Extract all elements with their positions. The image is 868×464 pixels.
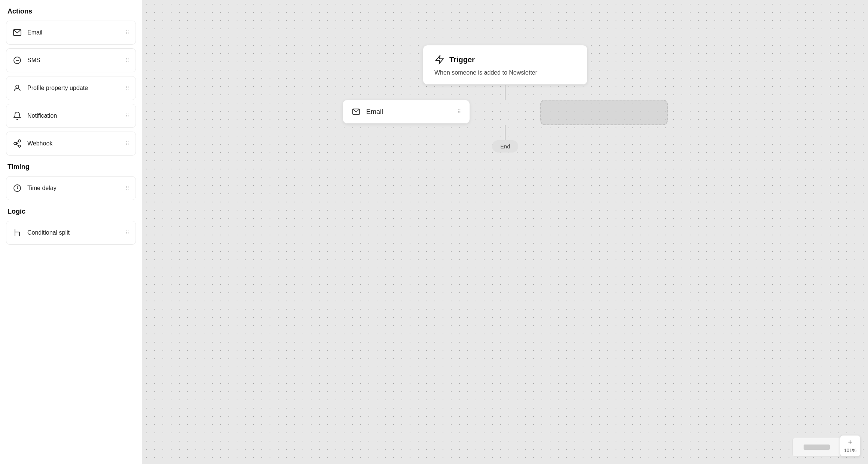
notification-label: Notification [27,112,57,119]
email-action-node[interactable]: Email ⠿ [343,100,470,124]
sms-drag-handle[interactable]: ⠿ [125,57,130,63]
profile-icon [12,83,22,93]
zoom-controls: + 101% [840,435,861,457]
trigger-icon [434,54,446,66]
conditional-split-label: Conditional split [27,229,70,236]
profile-property-update-label: Profile property update [27,85,88,91]
webhook-icon [12,139,22,148]
connector-1 [505,85,506,100]
time-delay-label: Time delay [27,185,57,192]
trigger-description: When someone is added to Newsletter [434,69,577,76]
sidebar-item-sms[interactable]: SMS ⠿ [6,48,136,72]
sms-label: SMS [27,57,40,64]
minimap [792,438,841,457]
svg-point-5 [18,140,21,142]
logic-section-title: Logic [6,208,136,216]
notification-icon [12,111,22,121]
conditional-split-drag-handle[interactable]: ⠿ [125,230,130,236]
svg-point-4 [16,85,19,88]
split-icon [12,228,22,238]
trigger-title: Trigger [449,55,475,64]
sidebar-item-profile-property-update[interactable]: Profile property update ⠿ [6,76,136,100]
email-node-icon [351,107,361,117]
sidebar-item-conditional-split[interactable]: Conditional split ⠿ [6,221,136,245]
ghost-node [540,100,668,125]
zoom-level-display: 101% [844,448,856,453]
email-node-label: Email [366,108,383,116]
sidebar-item-webhook[interactable]: Webhook ⠿ [6,132,136,156]
sidebar-item-time-delay[interactable]: Time delay ⠿ [6,176,136,200]
email-icon [12,28,22,37]
email-node-drag-handle[interactable]: ⠿ [457,109,461,115]
workflow-nodes: Trigger When someone is added to Newslet… [343,45,668,153]
svg-marker-10 [436,55,443,64]
email-label: Email [27,29,42,36]
profile-property-drag-handle[interactable]: ⠿ [125,85,130,91]
zoom-in-button[interactable]: + [848,439,853,446]
webhook-label: Webhook [27,140,52,147]
webhook-drag-handle[interactable]: ⠿ [125,141,130,147]
actions-section-title: Actions [6,7,136,15]
sidebar-item-notification[interactable]: Notification ⠿ [6,104,136,128]
end-node: End [492,140,519,153]
email-drag-handle[interactable]: ⠿ [125,30,130,36]
clock-icon [12,183,22,193]
sidebar-item-email[interactable]: Email ⠿ [6,21,136,45]
trigger-node[interactable]: Trigger When someone is added to Newslet… [423,45,588,85]
timing-section-title: Timing [6,163,136,171]
connector-2 [505,125,506,140]
notification-drag-handle[interactable]: ⠿ [125,113,130,119]
time-delay-drag-handle[interactable]: ⠿ [125,185,130,191]
workflow-canvas[interactable]: Trigger When someone is added to Newslet… [142,0,868,464]
svg-point-6 [14,142,16,145]
email-row: Email ⠿ [343,100,668,125]
sidebar: Actions Email ⠿ SMS ⠿ [0,0,142,464]
minimap-viewport [804,445,830,450]
sms-icon [12,55,22,65]
svg-point-7 [18,145,21,147]
